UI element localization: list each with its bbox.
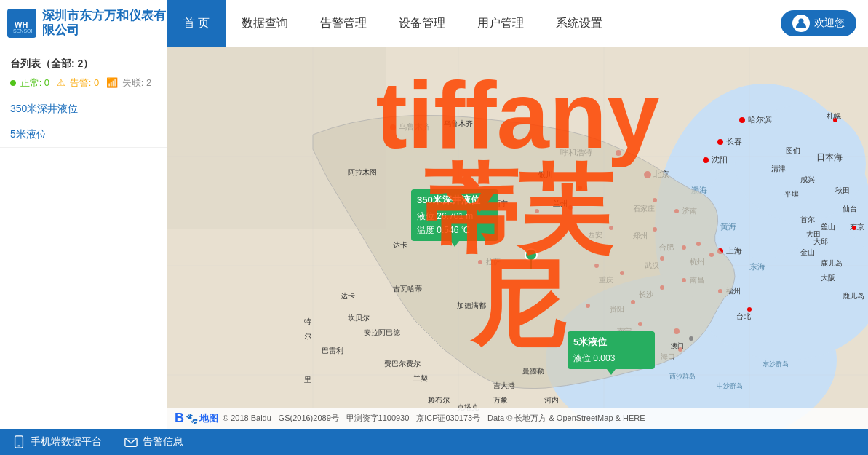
main-content: 台列表（全部: 2） 正常: 0 ⚠ 告警: 0 📶 失联: 2 350米深井液… <box>0 47 868 429</box>
popup-5m-line1: 液位 0.003 <box>573 352 649 365</box>
svg-text:哈尔滨: 哈尔滨 <box>748 115 772 124</box>
svg-text:费巴尔费尔: 费巴尔费尔 <box>384 360 421 368</box>
logo-area: WH SENSORS 深圳市东方万和仪表有限公司 <box>0 9 167 39</box>
user-label: 欢迎您 <box>814 17 845 30</box>
nav-home[interactable]: 首 页 <box>167 0 226 47</box>
mobile-icon <box>12 435 26 449</box>
user-button[interactable]: 欢迎您 <box>781 10 856 36</box>
nav-settings[interactable]: 系统设置 <box>540 0 618 47</box>
bottom-bar: 手机端数据平台 告警信息 <box>0 429 868 455</box>
baidu-paw-icon: 🐾 <box>186 413 198 424</box>
svg-text:吉大港: 吉大港 <box>493 381 515 389</box>
svg-text:清津: 清津 <box>771 165 786 173</box>
baidu-map-label: 地图 <box>199 412 218 425</box>
device-item-1[interactable]: 5米液位 <box>0 122 167 148</box>
svg-text:日本海: 日本海 <box>816 152 843 162</box>
device-popup-5m[interactable]: 5米液位 液位 0.003 <box>568 331 655 369</box>
popup-deep-line2: 温度 0.546 ℃ <box>417 223 493 237</box>
bottom-mobile-label: 手机端数据平台 <box>31 435 102 448</box>
svg-text:金山: 金山 <box>800 248 815 256</box>
popup-deep-line1: 液位 26.701 m <box>417 210 493 223</box>
svg-text:首尔: 首尔 <box>800 215 815 223</box>
svg-point-18 <box>739 117 745 123</box>
svg-text:赖布尔: 赖布尔 <box>428 396 450 404</box>
sidebar: 台列表（全部: 2） 正常: 0 ⚠ 告警: 0 📶 失联: 2 350米深井液… <box>0 47 167 429</box>
svg-text:上海: 上海 <box>726 246 742 255</box>
status-lost: 📶 失联: 2 <box>106 76 151 90</box>
svg-text:鹿儿岛: 鹿儿岛 <box>821 259 843 267</box>
nav-bar: 首 页 数据查询 告警管理 设备管理 用户管理 系统设置 <box>167 0 769 47</box>
svg-text:东京: 东京 <box>850 223 864 231</box>
svg-point-119 <box>852 226 856 230</box>
svg-text:SENSORS: SENSORS <box>13 28 32 33</box>
svg-text:万象: 万象 <box>493 396 508 404</box>
svg-point-72 <box>689 336 693 341</box>
map-container[interactable]: 北京 上海 哈尔滨 长春 沈阳 呼和浩特 乌鲁木齐 石家庄 <box>167 47 868 429</box>
svg-text:中沙群岛: 中沙群岛 <box>717 382 743 389</box>
svg-text:黄海: 黄海 <box>720 222 736 231</box>
svg-text:图们: 图们 <box>786 146 800 154</box>
svg-text:特: 特 <box>304 317 311 325</box>
nav-user[interactable]: 用户管理 <box>461 0 540 47</box>
nav-device[interactable]: 设备管理 <box>383 0 461 47</box>
svg-text:长春: 长春 <box>726 137 742 146</box>
baidu-logo: B 🐾 地图 <box>175 411 218 426</box>
svg-text:大阪: 大阪 <box>821 274 835 282</box>
svg-text:釜山: 釜山 <box>821 223 835 231</box>
svg-text:阿拉木图: 阿拉木图 <box>348 168 377 176</box>
svg-text:里: 里 <box>304 376 311 384</box>
svg-text:鹿儿岛: 鹿儿岛 <box>843 292 864 300</box>
normal-dot <box>10 80 16 86</box>
map-footer-text: © 2018 Baidu - GS(2016)2089号 - 甲测资字11009… <box>223 413 645 424</box>
svg-text:达卡: 达卡 <box>341 292 355 300</box>
svg-text:沈阳: 沈阳 <box>712 155 728 164</box>
svg-text:咸兴: 咸兴 <box>800 175 815 183</box>
device-popup-deep[interactable]: 350米深井液位 液位 26.701 m 温度 0.546 ℃ <box>411 189 498 241</box>
svg-text:秋田: 秋田 <box>835 186 850 194</box>
svg-text:兰契: 兰契 <box>413 374 428 382</box>
company-name: 深圳市东方万和仪表有限公司 <box>42 9 167 39</box>
svg-text:台北: 台北 <box>736 312 751 320</box>
svg-text:札幌: 札幌 <box>827 112 841 120</box>
nav-data-query[interactable]: 数据查询 <box>226 0 304 47</box>
status-normal: 正常: 0 <box>10 76 49 90</box>
svg-text:巴雷利: 巴雷利 <box>322 347 343 355</box>
map-svg: 北京 上海 哈尔滨 长春 沈阳 呼和浩特 乌鲁木齐 石家庄 <box>167 47 868 429</box>
warn-icon: ⚠ <box>57 77 65 88</box>
popup-5m-title: 5米液位 <box>573 335 649 350</box>
baidu-b-letter: B <box>175 411 184 426</box>
bottom-mobile[interactable]: 手机端数据平台 <box>12 435 102 449</box>
svg-point-20 <box>717 139 723 145</box>
svg-point-22 <box>703 157 709 163</box>
svg-text:达卡: 达卡 <box>393 241 407 249</box>
svg-text:尔: 尔 <box>304 332 311 340</box>
svg-text:澳门: 澳门 <box>671 342 684 349</box>
svg-text:曼德勒: 曼德勒 <box>522 367 544 375</box>
svg-text:加德满都: 加德满都 <box>457 301 486 309</box>
nav-alarm[interactable]: 告警管理 <box>304 0 383 47</box>
map-bottom-bar: B 🐾 地图 © 2018 Baidu - GS(2016)2089号 - 甲测… <box>167 408 868 429</box>
status-warn: ⚠ 告警: 0 <box>57 76 99 90</box>
svg-text:仙台: 仙台 <box>843 205 857 213</box>
device-item-0[interactable]: 350米深井液位 <box>0 97 167 122</box>
user-avatar-icon <box>792 15 810 32</box>
popup-deep-title: 350米深井液位 <box>417 193 493 208</box>
mail-icon <box>124 435 138 449</box>
svg-text:大邱: 大邱 <box>813 237 828 245</box>
svg-text:银川: 银川 <box>538 170 553 178</box>
svg-text:平壤: 平壤 <box>784 190 799 198</box>
svg-text:西沙群岛: 西沙群岛 <box>669 373 696 380</box>
svg-text:东海: 东海 <box>749 262 765 271</box>
svg-text:乌鲁木齐: 乌鲁木齐 <box>444 119 473 127</box>
svg-rect-128 <box>17 446 20 447</box>
svg-text:安拉阿巴德: 安拉阿巴德 <box>364 328 400 336</box>
bottom-alarm[interactable]: 告警信息 <box>124 435 183 449</box>
header: WH SENSORS 深圳市东方万和仪表有限公司 首 页 数据查询 告警管理 设… <box>0 0 868 47</box>
svg-text:河内: 河内 <box>544 396 559 404</box>
svg-text:东沙群岛: 东沙群岛 <box>763 360 789 368</box>
lost-icon: 📶 <box>106 77 118 88</box>
svg-text:兰州: 兰州 <box>553 199 568 207</box>
bottom-alarm-label: 告警信息 <box>143 435 183 448</box>
status-row: 正常: 0 ⚠ 告警: 0 📶 失联: 2 <box>0 76 167 97</box>
user-area: 欢迎您 <box>769 10 868 36</box>
